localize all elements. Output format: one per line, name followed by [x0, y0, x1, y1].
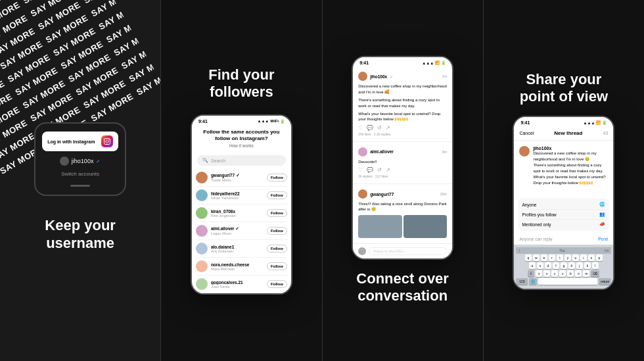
display-name: Juan Torres — [211, 285, 264, 289]
status-icons: ▲▲▲📶🔋 — [422, 60, 446, 65]
follow-button[interactable]: Follow — [267, 262, 287, 270]
panel-connect-conversation: 9:41 ▲▲▲📶🔋 jiho100x ✓ 2m Discovered a ne… — [322, 0, 483, 361]
comment-icon[interactable]: 💬 — [367, 167, 373, 173]
panel4-title: Share your point of view — [520, 71, 608, 106]
composer-text3[interactable]: What's your favorite local spot to unwin… — [533, 174, 608, 186]
share-icon[interactable]: ↗ — [386, 167, 390, 173]
search-icon: 🔍 — [202, 158, 208, 163]
follow-button[interactable]: Follow — [267, 280, 287, 288]
key-v[interactable]: v — [559, 270, 566, 277]
follow-header: Follow the same accounts you follow on I… — [192, 125, 291, 153]
key-w[interactable]: w — [533, 254, 540, 261]
composer-user: jiho100x Discovered a new coffee shop in… — [519, 146, 608, 186]
key-f[interactable]: f — [553, 262, 559, 269]
instagram-icon — [101, 135, 113, 147]
panel-share-view: Share your point of view 9:41 ▲▲▲📶🔋 Canc… — [483, 0, 644, 361]
reply-option-following[interactable]: Profiles you follow 👥 — [522, 210, 605, 220]
follow-button[interactable]: Follow — [267, 191, 287, 199]
repost-icon[interactable]: ↺ — [377, 167, 382, 173]
reply-input[interactable]: Reply to jiho100x... — [369, 247, 447, 255]
home-indicator — [70, 185, 90, 187]
key-d[interactable]: d — [545, 262, 551, 269]
globe-icon: 🌐 — [599, 202, 605, 207]
list-item: gogoncalves.21 Juan Torres Follow — [196, 276, 287, 293]
cancel-button[interactable]: Cancel — [519, 131, 534, 135]
repost-icon[interactable]: ↺ — [377, 125, 382, 131]
keyboard-row-4: 123 🌐 return — [516, 278, 611, 285]
heart-icon[interactable]: ♡ — [358, 167, 363, 173]
follow-button[interactable]: Follow — [267, 209, 287, 217]
heart-icon[interactable]: ♡ — [358, 125, 363, 131]
key-return[interactable]: return — [599, 278, 611, 285]
search-bar[interactable]: 🔍 Search — [197, 155, 286, 166]
key-emoji[interactable]: 🌐 — [529, 278, 537, 285]
username: kiran_0708x — [211, 209, 264, 214]
key-n[interactable]: n — [575, 270, 582, 277]
new-thread-title: New thread — [554, 130, 582, 136]
reply-username: gwangurl77 — [370, 192, 394, 197]
key-r[interactable]: r — [549, 254, 555, 261]
username-label: jiho100x — [72, 158, 94, 164]
key-m[interactable]: m — [583, 270, 589, 277]
key-t[interactable]: t — [557, 254, 563, 261]
key-o[interactable]: o — [588, 254, 595, 261]
key-numbers[interactable]: 123 — [516, 278, 528, 285]
username: hideyathere22 — [211, 191, 264, 196]
comment-icon[interactable]: 💬 — [367, 125, 373, 131]
key-h[interactable]: h — [568, 262, 575, 269]
key-a[interactable]: a — [529, 262, 536, 269]
reply-option-anyone[interactable]: Anyone 🌐 — [522, 200, 605, 210]
composer-text2[interactable]: There's something about finding a cozy s… — [533, 162, 608, 174]
composer-text[interactable]: Discovered a new coffee shop in my neigh… — [533, 151, 608, 162]
anyone-can-reply-label: Anyone can reply — [519, 237, 552, 241]
key-s[interactable]: s — [537, 262, 543, 269]
key-q[interactable]: q — [525, 254, 532, 261]
key-j[interactable]: j — [576, 262, 583, 269]
key-y[interactable]: y — [564, 254, 571, 261]
reply-header: gwangurl77 16m — [358, 189, 447, 199]
follow-button[interactable]: Follow — [267, 245, 287, 253]
key-i[interactable]: i — [580, 254, 587, 261]
key-g[interactable]: g — [561, 262, 567, 269]
display-name: Kimi Jorgensen — [211, 214, 264, 218]
how-it-works[interactable]: How it works — [198, 143, 285, 148]
key-delete[interactable]: ⌫ — [591, 270, 599, 277]
reply-image-1 — [358, 215, 402, 238]
user-info: nora.needs.cheese Myka Mercado — [211, 262, 264, 271]
key-e[interactable]: e — [541, 254, 547, 261]
key-z[interactable]: z — [536, 270, 542, 277]
display-name: Ethan Yamamoto — [211, 196, 264, 200]
follow-question: Follow the same accounts you follow on I… — [198, 129, 285, 143]
follow-button[interactable]: Follow — [267, 227, 287, 235]
post-button[interactable]: Post — [598, 237, 608, 241]
reply-time: 16m — [440, 192, 447, 196]
login-instagram-button[interactable]: Log in with Instagram — [42, 132, 118, 151]
key-space[interactable] — [538, 278, 597, 285]
share-icon[interactable]: ↗ — [386, 125, 390, 131]
key-x[interactable]: x — [543, 270, 550, 277]
key-b[interactable]: b — [567, 270, 574, 277]
follow-button[interactable]: Follow — [267, 174, 287, 181]
key-u[interactable]: u — [572, 254, 579, 261]
reply-text: Devocido!! — [358, 159, 447, 164]
username: nora.needs.cheese — [211, 262, 264, 267]
user-info: aimi.allover ✓ Logan Alloso — [211, 226, 264, 235]
key-k[interactable]: k — [584, 262, 591, 269]
composer-meta: jiho100x Discovered a new coffee shop in… — [533, 146, 608, 186]
display-name: Myka Mercado — [211, 267, 264, 271]
status-bar: 9:41 ▲▲▲ WiFi 🔋 — [192, 116, 291, 125]
key-c[interactable]: c — [551, 270, 558, 277]
switch-accounts-link[interactable]: Switch accounts — [61, 171, 99, 177]
reply-actions: ♡ 💬 ↺ ↗ — [358, 167, 447, 173]
username: gogoncalves.21 — [211, 280, 264, 285]
key-p[interactable]: p — [596, 254, 603, 261]
following-label: Profiles you follow — [522, 212, 556, 217]
reply-username: aimi.allover — [370, 149, 394, 154]
reply-option-mentioned[interactable]: Mentioned only 📣 — [522, 220, 605, 229]
key-shift[interactable]: ⇧ — [528, 270, 534, 277]
key-l[interactable]: l — [592, 262, 599, 269]
verified-icon: ✓ — [390, 74, 393, 79]
mention-icon: 📣 — [599, 222, 605, 227]
post-header: jiho100x ✓ 2m — [358, 72, 447, 81]
post-text3: What's your favorite local spot to unwin… — [358, 111, 447, 122]
